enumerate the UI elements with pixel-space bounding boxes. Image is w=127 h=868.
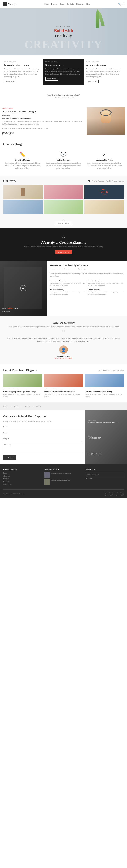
feature-creative: ✏️ Creative Designs Lorem ipsum dolor si… bbox=[2, 149, 43, 172]
nav-actions: 🔍 ☰ bbox=[118, 3, 124, 5]
contact-section: Contact us & Send Your Inquiries Lorem i… bbox=[0, 410, 127, 464]
contact-address-val: Willowbrook Blvd 21st Floor New York Cit… bbox=[88, 422, 124, 423]
nav-logo-icon: ▼ bbox=[3, 2, 7, 6]
footer-link-4[interactable]: Contact Us bbox=[3, 483, 41, 485]
blog-img-1 bbox=[44, 374, 83, 387]
filter-all[interactable]: All bbox=[88, 180, 90, 182]
variety-icon: ◇ bbox=[3, 235, 124, 239]
contact-desc: Lorem ipsum dolor sit amet consectetur a… bbox=[3, 421, 82, 422]
blog-post-title-2[interactable]: Learn travel community advisory bbox=[85, 391, 124, 393]
blog-post-0: MARCH 24 · NATURE How many people learn … bbox=[3, 374, 42, 398]
creative-design-header: Creative Design bbox=[0, 139, 127, 147]
work-item-money[interactable] bbox=[3, 200, 43, 214]
filter-printing[interactable]: Printing bbox=[118, 180, 124, 182]
load-more-btn[interactable]: LOAD MORE bbox=[56, 221, 71, 225]
work-item-chair[interactable] bbox=[3, 185, 43, 199]
contact-subject-input[interactable] bbox=[3, 437, 82, 441]
work-item-abstract[interactable] bbox=[84, 200, 124, 214]
footer-link-3[interactable]: Portfolio bbox=[3, 480, 41, 483]
col2-btn[interactable]: READ MORE bbox=[45, 77, 58, 81]
creative-desc: Lorem ipsum dolor sit amet consectetur a… bbox=[4, 162, 41, 169]
nav-home[interactable]: Home bbox=[44, 3, 49, 5]
portfolio-sub2: Crafted with Passion & Unique Designs bbox=[2, 118, 84, 119]
nav-portfolio[interactable]: Portfolio bbox=[67, 3, 74, 5]
contact-name-input[interactable] bbox=[3, 425, 82, 429]
contact-form-area: Contact us & Send Your Inquiries Lorem i… bbox=[0, 410, 85, 464]
footer-link-0[interactable]: Home bbox=[3, 472, 41, 474]
google-icon[interactable]: g bbox=[115, 492, 118, 496]
nav-dummy[interactable]: Dummy bbox=[51, 3, 57, 5]
studio-section: ▶ Watch Video about team work We Are A C… bbox=[0, 260, 127, 316]
menu-icon[interactable]: ☰ bbox=[122, 3, 124, 5]
col2-body: Contrary popular belief Lorem ipsum simp… bbox=[45, 68, 82, 75]
work-item-box[interactable]: BOXMOCKUP bbox=[84, 185, 124, 199]
quote-text: " Built with the soul of inspiration " bbox=[4, 94, 123, 96]
studio-feature-2: SEO for Ranking Lorem ipsum dolor sit am… bbox=[50, 288, 86, 296]
blog-post-title-0[interactable]: How many people learn garden strategy bbox=[3, 391, 42, 393]
quote-section: " Built with the soul of inspiration " —… bbox=[0, 89, 127, 103]
nav-pages[interactable]: Pages bbox=[60, 3, 65, 5]
testimonial-section: What Peoples say Lorem ipsum dolor sit a… bbox=[0, 316, 127, 364]
nav-logo-text: Variety bbox=[8, 3, 15, 5]
variety-bg-text: ELEMENTS bbox=[40, 240, 87, 249]
blog-filter-beauty[interactable]: Beauty bbox=[111, 369, 116, 371]
contact-submit-btn[interactable]: SEND bbox=[3, 456, 16, 460]
feature-approvable: ✓ Approvable Work Lorem ipsum dolor sit … bbox=[84, 149, 125, 172]
contact-mob-val: +1 (555) 123-4567 bbox=[88, 437, 124, 439]
work-item-fashion[interactable] bbox=[44, 185, 83, 199]
contact-overlay: Address Willowbrook Blvd 21st Floor New … bbox=[85, 410, 127, 464]
footer-post-text-0[interactable]: Lorem ipsum dolor sit amet 2019 bbox=[51, 472, 71, 474]
contact-email-input[interactable] bbox=[3, 431, 82, 435]
work-title: Our Work bbox=[3, 179, 16, 183]
variety-see-more-btn[interactable]: SEE MORE bbox=[55, 250, 72, 254]
studio-video: ▶ Watch Video about team work bbox=[0, 260, 47, 316]
blog-header: Latest Posts from Bloggers All Business … bbox=[3, 369, 124, 372]
blog-post-2: MARCH 24 · NATURE Learn travel community… bbox=[85, 374, 124, 398]
studio-feature-1: Creative Designs Lorem ipsum dolor sit a… bbox=[88, 280, 124, 287]
support-desc: Lorem ipsum dolor sit amet consectetur a… bbox=[45, 162, 82, 169]
col3-body: Lorem ipsum dolor sit amet consectetur a… bbox=[86, 68, 123, 78]
work-more: LOAD MORE bbox=[3, 216, 124, 225]
facebook-icon[interactable]: f bbox=[103, 492, 107, 496]
work-item-plant[interactable] bbox=[44, 200, 83, 214]
linkedin-icon[interactable]: in bbox=[120, 492, 124, 496]
video-play-btn[interactable]: ▶ bbox=[20, 285, 27, 291]
filter-graphic[interactable]: Graphic Design bbox=[106, 180, 117, 182]
search-icon[interactable]: 🔍 bbox=[118, 3, 121, 5]
footer-subscribe-btn[interactable]: Subscribe bbox=[86, 477, 124, 479]
blog-filter-all[interactable]: All bbox=[99, 369, 101, 371]
creative-icon: ✏️ bbox=[4, 152, 41, 157]
portfolio-sub1: Categories bbox=[2, 115, 84, 117]
footer-link-1[interactable]: About Us bbox=[3, 475, 41, 477]
blog-img-0 bbox=[3, 374, 42, 387]
blog-filter-business[interactable]: Business bbox=[103, 369, 109, 371]
blog-img-2 bbox=[85, 374, 124, 387]
contact-title: Contact us & Send Your Inquiries bbox=[3, 415, 82, 418]
testimonial-role: GRAPHIC DESIGNER bbox=[4, 357, 123, 359]
contact-address-block: Address Willowbrook Blvd 21st Floor New … bbox=[88, 420, 124, 423]
col-variety: OUR SERVICES A variety of options Lorem … bbox=[84, 59, 125, 85]
nav-links: Home Dummy Pages Portfolio Elements Blog bbox=[44, 3, 90, 5]
studio-info: We Are A Creative Digital Studio Lorem i… bbox=[47, 260, 127, 316]
col3-btn[interactable]: READ MORE bbox=[86, 80, 99, 83]
nav-elements[interactable]: Elements bbox=[76, 3, 83, 5]
studio-label: Watch Video about team work bbox=[2, 307, 18, 313]
blog-post-title-1[interactable]: Modern flowers bottles ants available bbox=[44, 391, 83, 393]
col1-btn[interactable]: READ MORE bbox=[4, 80, 17, 83]
creative-design-title: Creative Design bbox=[3, 143, 124, 146]
footer-email-input[interactable] bbox=[86, 472, 124, 476]
footer-link-2[interactable]: Services bbox=[3, 478, 41, 480]
contact-message-input[interactable] bbox=[3, 443, 82, 453]
twitter-icon[interactable]: t bbox=[109, 492, 113, 496]
contact-info-area: Address Willowbrook Blvd 21st Floor New … bbox=[85, 410, 127, 464]
footer-post-text-1[interactable]: Consectetur adipisicing elit 2019 bbox=[51, 479, 71, 481]
nav-blog[interactable]: Blog bbox=[86, 3, 90, 5]
footer-post-img-1 bbox=[44, 479, 50, 485]
support-icon: 💬 bbox=[45, 152, 82, 157]
blog-excerpt-2: Lorem ipsum dolor sit amet consectetur a… bbox=[85, 394, 124, 398]
blog-filter-shopping[interactable]: Shopping bbox=[117, 369, 124, 371]
footer-social-links: f t g in bbox=[103, 492, 124, 496]
filter-creative[interactable]: Creative Elements bbox=[92, 180, 104, 182]
blog-section: Latest Posts from Bloggers All Business … bbox=[0, 364, 127, 402]
studio-feature-1-title: Creative Designs bbox=[88, 280, 124, 282]
